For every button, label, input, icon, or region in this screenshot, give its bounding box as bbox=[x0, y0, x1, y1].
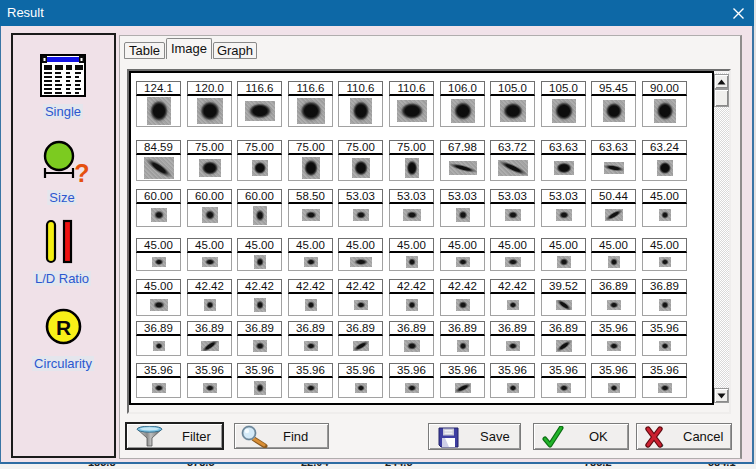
svg-text:R: R bbox=[56, 316, 71, 339]
svg-text:?: ? bbox=[74, 159, 89, 187]
